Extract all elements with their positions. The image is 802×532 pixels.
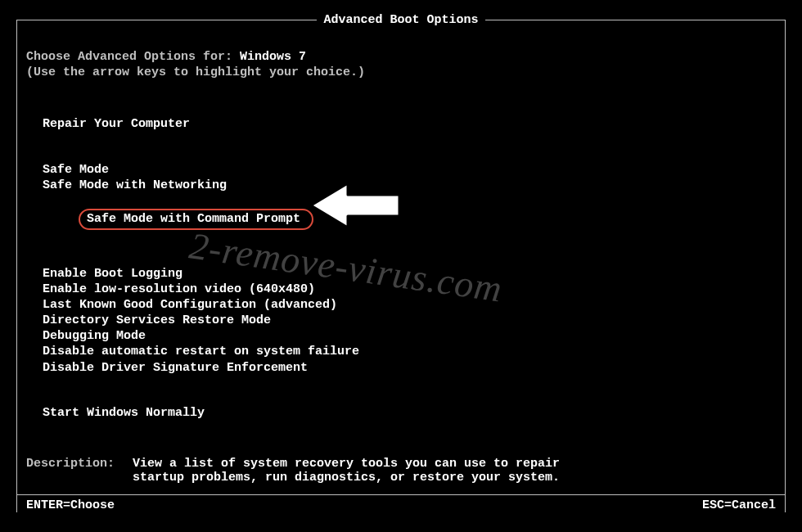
screen-title: Advanced Boot Options <box>317 13 484 27</box>
description-label: Description: <box>26 457 133 485</box>
option-repair-computer[interactable]: Repair Your Computer <box>26 116 776 132</box>
option-safe-mode-cmd-row[interactable]: Safe Mode with Command Prompt <box>26 193 776 246</box>
option-start-normally[interactable]: Start Windows Normally <box>26 405 776 421</box>
hint-enter: ENTER=Choose <box>26 498 115 512</box>
os-name: Windows 7 <box>240 50 306 64</box>
option-last-known-good[interactable]: Last Known Good Configuration (advanced) <box>26 297 776 313</box>
hint-esc: ESC=Cancel <box>702 498 776 512</box>
option-debugging-mode[interactable]: Debugging Mode <box>26 328 776 344</box>
option-ds-restore-mode[interactable]: Directory Services Restore Mode <box>26 313 776 328</box>
footer-bar: ENTER=Choose ESC=Cancel <box>16 494 786 512</box>
option-safe-mode[interactable]: Safe Mode <box>26 162 776 178</box>
option-safe-mode-networking[interactable]: Safe Mode with Networking <box>26 178 776 193</box>
title-bar: Advanced Boot Options <box>0 13 802 27</box>
description-body: View a list of system recovery tools you… <box>133 457 591 485</box>
choose-line: Choose Advanced Options for: Windows 7 <box>26 49 776 65</box>
choose-prefix: Choose Advanced Options for: <box>26 50 240 64</box>
option-low-res-video[interactable]: Enable low-resolution video (640x480) <box>26 282 776 297</box>
option-safe-mode-command-prompt[interactable]: Safe Mode with Command Prompt <box>79 209 313 230</box>
description-block: Description: View a list of system recov… <box>26 457 776 485</box>
option-disable-driver-sig[interactable]: Disable Driver Signature Enforcement <box>26 360 776 376</box>
hint-line: (Use the arrow keys to highlight your ch… <box>26 65 776 80</box>
content-area: Choose Advanced Options for: Windows 7 (… <box>26 49 776 485</box>
option-disable-auto-restart[interactable]: Disable automatic restart on system fail… <box>26 344 776 359</box>
option-enable-boot-logging[interactable]: Enable Boot Logging <box>26 266 776 282</box>
